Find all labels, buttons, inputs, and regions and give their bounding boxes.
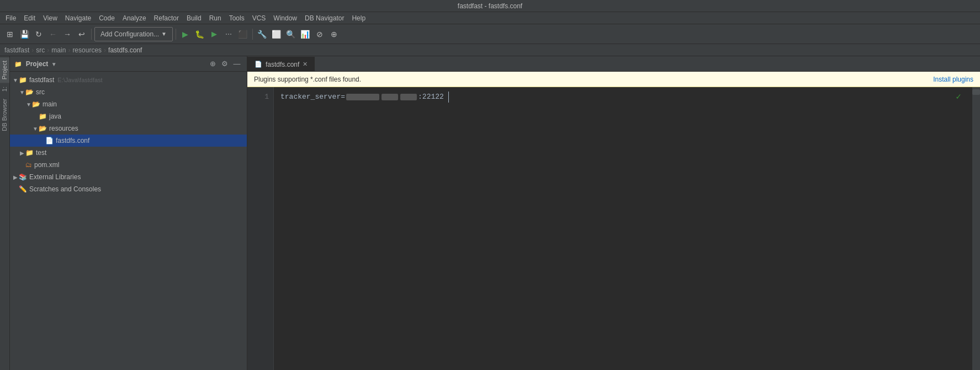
panel-scope-btn[interactable]: ⊕ [207, 58, 218, 69]
add-configuration-button[interactable]: Add Configuration... ▼ [94, 27, 173, 41]
tree-item-main[interactable]: ▼ 📂 main [10, 98, 247, 110]
add-config-label: Add Configuration... [100, 30, 159, 38]
breadcrumb-part-4[interactable]: fastdfs.conf [108, 46, 142, 54]
menu-tools[interactable]: Tools [226, 13, 248, 23]
menu-run[interactable]: Run [206, 13, 225, 23]
arrow-external-libraries: ▶ [12, 174, 19, 180]
menu-file[interactable]: File [2, 13, 19, 23]
toolbar-sep-2 [176, 29, 176, 40]
tree-label-scratches: Scratches and Consoles [29, 185, 101, 193]
plugin-notification-bar: Plugins supporting *.conf files found. I… [247, 72, 980, 87]
menu-edit[interactable]: Edit [20, 13, 39, 23]
file-icon-fastdfs-conf: 📄 [45, 137, 54, 144]
toolbar-forward-btn[interactable]: → [61, 28, 74, 41]
breadcrumb-sep-2: › [68, 46, 70, 54]
vertical-tab-project[interactable]: Project [0, 57, 9, 83]
toolbar: ⊞ 💾 ↻ ← → ↩ Add Configuration... ▼ ▶ 🐛 ▶… [0, 24, 980, 44]
toolbar-chart-btn[interactable]: 📊 [299, 28, 312, 41]
breadcrumb-sep-3: › [104, 46, 106, 54]
panel-header-icons: ⊕ ⚙ — [207, 58, 242, 69]
toolbar-sync-btn[interactable]: ↻ [32, 28, 45, 41]
toolbar-deploy-btn[interactable]: 🔧 [256, 28, 269, 41]
toolbar-debug-btn[interactable]: 🐛 [193, 28, 206, 41]
toolbar-icon-1[interactable]: ⊞ [3, 28, 17, 41]
menu-navigate[interactable]: Navigate [62, 13, 94, 23]
title-text: fastdfast - fastdfs.conf [458, 2, 522, 10]
tree-path-fastdfast: E:\Java\fastdfast [57, 77, 102, 83]
panel-title: 📁 Project ▼ [14, 60, 57, 68]
toolbar-stop-btn[interactable]: ⬛ [236, 28, 250, 41]
menu-analyze[interactable]: Analyze [119, 13, 150, 23]
editor-tabs: 📄 fastdfs.conf ✕ [247, 56, 980, 72]
menu-code[interactable]: Code [96, 13, 118, 23]
vertical-tabs: Project 1: DB Browser [0, 56, 10, 370]
tree-item-src[interactable]: ▼ 📂 src [10, 86, 247, 98]
editor-area: 📄 fastdfs.conf ✕ Plugins supporting *.co… [247, 56, 980, 370]
tree-item-resources[interactable]: ▼ 📂 resources [10, 122, 247, 135]
panel-settings-btn[interactable]: ⚙ [219, 58, 230, 69]
tree-item-scratches[interactable]: ▶ ✏️ Scratches and Consoles [10, 183, 247, 195]
code-key-tracker: tracker_server= [280, 92, 345, 103]
folder-icon-test: 📁 [25, 149, 34, 157]
panel-header: 📁 Project ▼ ⊕ ⚙ — [10, 56, 247, 72]
toolbar-search-btn[interactable]: 🔍 [284, 28, 298, 41]
tree-item-java[interactable]: ▶ 📁 java [10, 110, 247, 122]
editor-line-1: tracker_server= :22122 [280, 92, 968, 103]
tree-item-fastdfast[interactable]: ▼ 📁 fastdfast E:\Java\fastdfast [10, 74, 247, 86]
arrow-resources: ▼ [32, 126, 39, 132]
toolbar-run-btn[interactable]: ▶ [179, 28, 192, 41]
tree-label-external-libraries: External Libraries [29, 173, 81, 181]
tree-label-fastdfs-conf: fastdfs.conf [56, 137, 89, 144]
menu-view[interactable]: View [40, 13, 61, 23]
tree-item-fastdfs-conf[interactable]: ▶ 📄 fastdfs.conf [10, 135, 247, 147]
toolbar-terminal-btn[interactable]: ⬜ [270, 28, 283, 41]
menu-help[interactable]: Help [348, 13, 369, 23]
code-redacted-2 [382, 94, 398, 100]
main-layout: Project 1: DB Browser 📁 Project ▼ ⊕ ⚙ — … [0, 56, 980, 370]
tree-label-src: src [36, 88, 45, 96]
editor-scrollbar[interactable] [972, 87, 980, 370]
toolbar-sep-3 [252, 29, 253, 40]
tree-item-pom-xml[interactable]: ▶ 🗂 pom.xml [10, 159, 247, 171]
toolbar-run-with-coverage-btn[interactable]: ▶ [208, 28, 221, 41]
scrollbar-thumb[interactable] [972, 89, 980, 95]
toolbar-back-btn[interactable]: ← [46, 28, 60, 41]
toolbar-save-btn[interactable]: 💾 [18, 28, 31, 41]
tree-item-test[interactable]: ▶ 📁 test [10, 147, 247, 159]
menu-build[interactable]: Build [183, 13, 205, 23]
tab-close-btn[interactable]: ✕ [303, 61, 308, 68]
menu-refactor[interactable]: Refactor [151, 13, 182, 23]
panel-collapse-btn[interactable]: — [231, 58, 242, 69]
vertical-tab-1[interactable]: 1: [0, 83, 9, 95]
code-port-value: :22122 [418, 92, 444, 103]
folder-icon-resources: 📂 [39, 125, 47, 132]
menu-vcs[interactable]: VCS [249, 13, 269, 23]
menu-bar: File Edit View Navigate Code Analyze Ref… [0, 12, 980, 24]
tree-label-resources: resources [49, 125, 78, 132]
toolbar-power-btn[interactable]: ⊘ [313, 28, 326, 41]
menu-window[interactable]: Window [270, 13, 300, 23]
breadcrumb-part-1[interactable]: src [36, 46, 45, 54]
breadcrumb-sep-1: › [47, 46, 49, 54]
toolbar-translate-btn[interactable]: ⊕ [327, 28, 341, 41]
breadcrumb-part-0[interactable]: fastdfast [4, 46, 29, 54]
toolbar-more-run-btn[interactable]: ⋯ [222, 28, 235, 41]
menu-db-navigator[interactable]: DB Navigator [301, 13, 347, 23]
editor-text-area[interactable]: tracker_server= :22122 ✓ [274, 87, 972, 370]
chevron-down-icon: ▼ [161, 31, 167, 37]
arrow-fastdfast: ▼ [12, 77, 19, 83]
breadcrumb-part-3[interactable]: resources [72, 46, 102, 54]
arrow-main: ▼ [25, 101, 32, 108]
breadcrumb-part-2[interactable]: main [51, 46, 66, 54]
editor-content[interactable]: 1 tracker_server= :22122 ✓ [247, 87, 980, 370]
toolbar-undo-btn[interactable]: ↩ [75, 28, 88, 41]
tree-item-external-libraries[interactable]: ▶ 📚 External Libraries [10, 171, 247, 183]
install-plugins-link[interactable]: Install plugins [933, 76, 973, 83]
editor-tab-fastdfs-conf[interactable]: 📄 fastdfs.conf ✕ [247, 57, 315, 71]
tree-label-main: main [43, 100, 57, 108]
vertical-tab-db-browser[interactable]: DB Browser [0, 95, 9, 135]
file-tree: ▼ 📁 fastdfast E:\Java\fastdfast ▼ 📂 src … [10, 72, 247, 370]
lib-icon-external: 📚 [19, 173, 27, 181]
toolbar-sep-1 [91, 29, 92, 40]
tree-label-pom-xml: pom.xml [34, 161, 59, 169]
